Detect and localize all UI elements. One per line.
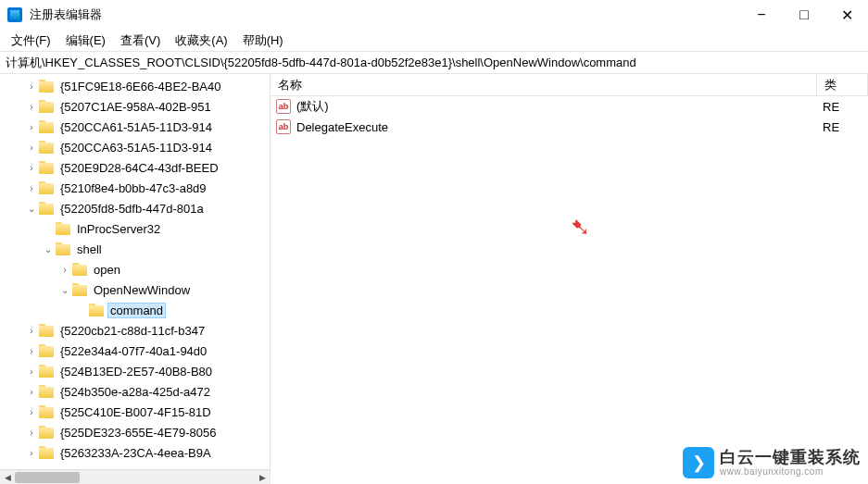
value-name: (默认)	[296, 98, 823, 115]
tree-item[interactable]: ›{525DE323-655E-4E79-8056	[0, 422, 270, 442]
expand-icon[interactable]: ›	[24, 81, 39, 92]
list-row[interactable]: ab(默认)RE	[270, 96, 868, 117]
folder-icon	[39, 344, 54, 357]
expand-icon[interactable]: ›	[24, 366, 39, 377]
collapse-icon[interactable]: ⌄	[57, 285, 72, 295]
value-type: RE	[823, 120, 839, 134]
expand-icon[interactable]: ›	[24, 143, 39, 153]
expand-icon[interactable]: ›	[24, 346, 39, 356]
tree-item-label: {5207C1AE-958A-402B-951	[57, 100, 214, 114]
title-bar: 注册表编辑器 − □ ✕	[0, 0, 868, 30]
expand-icon[interactable]: ›	[24, 407, 39, 417]
annotation-arrow-icon: ➸	[563, 210, 598, 244]
tree-item-label: OpenNewWindow	[91, 283, 193, 297]
minimize-button[interactable]: −	[740, 0, 783, 30]
tree-item[interactable]: ›open	[0, 259, 270, 279]
list-row[interactable]: abDelegateExecuteRE	[270, 117, 868, 137]
string-value-icon: ab	[276, 119, 291, 134]
folder-icon	[39, 365, 54, 378]
scroll-thumb[interactable]	[15, 472, 80, 483]
expand-icon[interactable]: ›	[24, 448, 39, 458]
close-button[interactable]: ✕	[825, 0, 868, 30]
tree-item[interactable]: ›{5210f8e4-b0bb-47c3-a8d9	[0, 178, 270, 198]
folder-icon	[39, 181, 54, 194]
tree-item[interactable]: ›{522e34a4-07f7-40a1-94d0	[0, 341, 270, 361]
app-icon	[7, 7, 22, 22]
tree-item-label: {525C410E-B007-4F15-81D	[57, 405, 214, 419]
tree-item-label: {51FC9E18-6E66-4BE2-BA40	[57, 80, 223, 93]
folder-icon	[39, 202, 54, 215]
expand-icon[interactable]: ›	[24, 163, 39, 173]
tree-item[interactable]: ›{525C410E-B007-4F15-81D	[0, 402, 270, 422]
tree-item[interactable]: ›{5220cb21-c88d-11cf-b347	[0, 320, 270, 341]
expand-icon[interactable]: ›	[24, 122, 39, 132]
folder-icon	[39, 161, 54, 174]
value-type: RE	[823, 100, 839, 114]
tree-item[interactable]: ›{5263233A-23CA-4eea-B9A	[0, 442, 270, 463]
watermark-text: 白云一键重装系统	[720, 449, 861, 467]
tree-item[interactable]: ⌄OpenNewWindow	[0, 279, 270, 300]
tree-item-label: open	[91, 263, 123, 277]
folder-icon	[56, 222, 70, 235]
folder-icon	[39, 120, 54, 133]
expand-icon[interactable]: ›	[24, 428, 39, 438]
tree-item-label: {525DE323-655E-4E79-8056	[57, 426, 219, 440]
watermark-bird-icon: ❯	[683, 447, 714, 478]
column-name[interactable]: 名称	[270, 74, 817, 95]
tree-pane: ›{51FC9E18-6E66-4BE2-BA40›{5207C1AE-958A…	[0, 74, 270, 484]
folder-icon	[39, 100, 54, 113]
menu-edit[interactable]: 编辑(E)	[58, 31, 113, 51]
address-bar[interactable]: 计算机\HKEY_CLASSES_ROOT\CLSID\{52205fd8-5d…	[0, 52, 868, 74]
tree-item[interactable]: ›{524B13ED-2E57-40B8-B80	[0, 361, 270, 381]
tree-item-label: {5263233A-23CA-4eea-B9A	[57, 446, 214, 460]
menu-favorites[interactable]: 收藏夹(A)	[168, 31, 234, 51]
string-value-icon: ab	[276, 99, 291, 114]
tree-item[interactable]: ›InProcServer32	[0, 218, 270, 239]
tree-item-label: {524B13ED-2E57-40B8-B80	[57, 365, 215, 379]
folder-icon	[39, 385, 54, 398]
tree-hscrollbar[interactable]: ◀ ▶	[0, 469, 270, 484]
watermark: ❯ 白云一键重装系统 www.baiyunxitong.com	[683, 447, 861, 478]
tree-item[interactable]: ›{520CCA63-51A5-11D3-914	[0, 137, 270, 157]
folder-icon	[56, 242, 70, 255]
folder-icon	[72, 263, 87, 276]
tree-item[interactable]: ⌄{52205fd8-5dfb-447d-801a	[0, 198, 270, 218]
folder-icon	[39, 141, 54, 154]
expand-icon[interactable]: ›	[24, 326, 39, 336]
tree-item[interactable]: ›{520E9D28-64C4-43df-BEED	[0, 157, 270, 178]
tree-item-selected[interactable]: ›command	[0, 300, 270, 320]
window-title: 注册表编辑器	[30, 6, 102, 23]
scroll-left-button[interactable]: ◀	[0, 470, 15, 485]
menu-file[interactable]: 文件(F)	[4, 31, 58, 51]
watermark-url: www.baiyunxitong.com	[720, 466, 861, 477]
scroll-right-button[interactable]: ▶	[255, 470, 270, 485]
column-type[interactable]: 类	[817, 74, 868, 95]
expand-icon[interactable]: ›	[24, 102, 39, 112]
expand-icon[interactable]: ›	[57, 265, 72, 275]
address-path: 计算机\HKEY_CLASSES_ROOT\CLSID\{52205fd8-5d…	[6, 55, 636, 71]
maximize-button[interactable]: □	[783, 0, 825, 30]
tree-item-label: {520E9D28-64C4-43df-BEED	[57, 161, 221, 175]
folder-icon	[39, 426, 54, 439]
folder-icon	[72, 283, 87, 296]
expand-icon[interactable]: ›	[24, 387, 39, 397]
tree-item[interactable]: ›{524b350e-a28a-425d-a472	[0, 381, 270, 402]
menu-bar: 文件(F) 编辑(E) 查看(V) 收藏夹(A) 帮助(H)	[0, 30, 868, 52]
collapse-icon[interactable]: ⌄	[41, 244, 56, 254]
menu-view[interactable]: 查看(V)	[113, 31, 168, 51]
tree-item-label: {5220cb21-c88d-11cf-b347	[57, 324, 208, 338]
tree-item-label: {5210f8e4-b0bb-47c3-a8d9	[57, 181, 209, 195]
collapse-icon[interactable]: ⌄	[24, 204, 39, 214]
folder-icon	[89, 304, 104, 316]
tree-item[interactable]: ›{51FC9E18-6E66-4BE2-BA40	[0, 76, 270, 96]
menu-help[interactable]: 帮助(H)	[235, 31, 291, 51]
tree-item[interactable]: ›{520CCA61-51A5-11D3-914	[0, 117, 270, 137]
expand-icon[interactable]: ›	[24, 183, 39, 193]
folder-icon	[39, 446, 54, 459]
tree-item-label: command	[107, 303, 166, 318]
tree-item[interactable]: ⌄shell	[0, 239, 270, 259]
tree-item-label: shell	[74, 242, 105, 256]
tree-item-label: {52205fd8-5dfb-447d-801a	[57, 202, 207, 216]
tree-item[interactable]: ›{5207C1AE-958A-402B-951	[0, 96, 270, 117]
list-header: 名称 类	[270, 74, 868, 96]
